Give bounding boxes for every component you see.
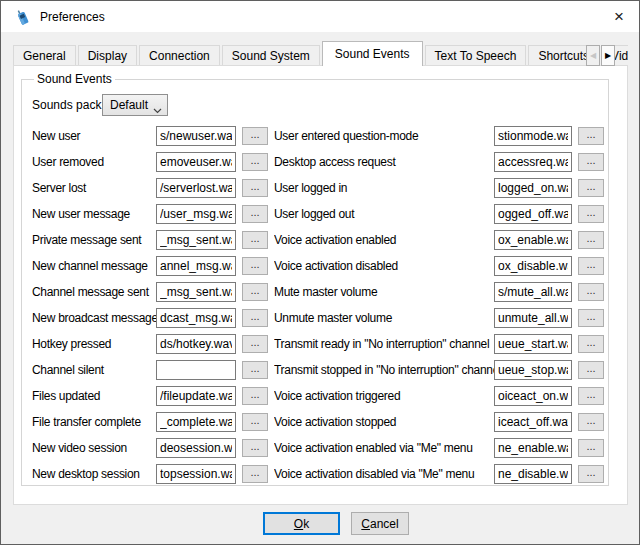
sound-event-label: Channel message sent — [32, 285, 156, 299]
sound-file-input[interactable] — [156, 178, 236, 198]
browse-button[interactable]: ... — [242, 153, 268, 171]
browse-button[interactable]: ... — [242, 361, 268, 379]
sound-file-input[interactable] — [494, 334, 572, 354]
sound-event-label: Voice activation triggered — [274, 389, 494, 403]
arrow-left-icon: ◀ — [590, 51, 596, 60]
browse-button[interactable]: ... — [242, 231, 268, 249]
groupbox-title: Sound Events — [34, 72, 115, 86]
window-title: Preferences — [40, 10, 105, 24]
sound-file-input[interactable] — [494, 178, 572, 198]
sound-file-input[interactable] — [494, 464, 572, 484]
sound-event-label: New desktop session — [32, 467, 156, 481]
sound-file-input[interactable] — [156, 438, 236, 458]
browse-button[interactable]: ... — [578, 387, 604, 405]
sound-event-label: User entered question-mode — [274, 129, 494, 143]
sound-file-input[interactable] — [156, 334, 236, 354]
tab-connection[interactable]: Connection — [139, 45, 220, 66]
browse-button[interactable]: ... — [578, 153, 604, 171]
sound-event-label: New broadcast message — [32, 311, 156, 325]
sound-events-grid: New user ... User entered question-mode … — [32, 126, 608, 484]
browse-button[interactable]: ... — [578, 127, 604, 145]
browse-button[interactable]: ... — [242, 439, 268, 457]
browse-button[interactable]: ... — [578, 361, 604, 379]
browse-button[interactable]: ... — [578, 439, 604, 457]
sound-file-input[interactable] — [156, 204, 236, 224]
browse-button[interactable]: ... — [242, 205, 268, 223]
browse-button[interactable]: ... — [578, 231, 604, 249]
tab-display[interactable]: Display — [78, 45, 137, 66]
tab-sound-events[interactable]: Sound Events — [322, 41, 423, 66]
browse-button[interactable]: ... — [578, 413, 604, 431]
teamtalk-app-icon — [13, 7, 33, 27]
sounds-pack-dropdown[interactable]: Default — [102, 94, 168, 116]
chevron-down-icon — [153, 103, 162, 117]
sound-event-label: Desktop access request — [274, 155, 494, 169]
dialog-buttons: Ok Cancel — [17, 512, 640, 535]
sounds-pack-label: Sounds pack — [32, 98, 102, 112]
browse-button[interactable]: ... — [242, 387, 268, 405]
browse-button[interactable]: ... — [242, 283, 268, 301]
browse-button[interactable]: ... — [578, 283, 604, 301]
preferences-window: Preferences × General Display Connection… — [0, 0, 640, 545]
tab-scroll-left-button[interactable]: ◀ — [586, 45, 600, 66]
sound-file-input[interactable] — [156, 126, 236, 146]
sound-event-label: Voice activation disabled — [274, 259, 494, 273]
tab-general[interactable]: General — [13, 45, 76, 66]
sound-file-input[interactable] — [156, 386, 236, 406]
sound-event-label: Channel silent — [32, 363, 156, 377]
browse-button[interactable]: ... — [242, 335, 268, 353]
sound-file-input[interactable] — [494, 308, 572, 328]
sound-event-label: Voice activation enabled via "Me" menu — [274, 441, 494, 455]
tab-scroll-right-button[interactable]: ▶ — [601, 45, 615, 66]
sound-event-label: Unmute master volume — [274, 311, 494, 325]
sound-file-input[interactable] — [156, 308, 236, 328]
browse-button[interactable]: ... — [578, 309, 604, 327]
sound-file-input[interactable] — [494, 412, 572, 432]
sound-file-input[interactable] — [156, 464, 236, 484]
sound-file-input[interactable] — [494, 152, 572, 172]
sound-event-label: Private message sent — [32, 233, 156, 247]
sound-event-label: Transmit stopped in "No interruption" ch… — [274, 363, 494, 377]
browse-button[interactable]: ... — [242, 257, 268, 275]
sound-file-input[interactable] — [156, 256, 236, 276]
sound-file-input[interactable] — [494, 386, 572, 406]
close-button[interactable]: × — [599, 1, 639, 32]
browse-button[interactable]: ... — [242, 413, 268, 431]
ok-button[interactable]: Ok — [263, 512, 340, 535]
sound-event-label: Server lost — [32, 181, 156, 195]
sounds-pack-row: Sounds pack Default — [32, 94, 608, 116]
sound-event-label: Voice activation enabled — [274, 233, 494, 247]
sound-file-input[interactable] — [494, 230, 572, 250]
browse-button[interactable]: ... — [578, 465, 604, 483]
cancel-button[interactable]: Cancel — [351, 512, 409, 535]
sound-file-input[interactable] — [156, 412, 236, 432]
browse-button[interactable]: ... — [578, 205, 604, 223]
browse-button[interactable]: ... — [242, 309, 268, 327]
sound-file-input[interactable] — [156, 282, 236, 302]
sound-file-input[interactable] — [156, 230, 236, 250]
sound-file-input[interactable] — [494, 204, 572, 224]
sound-event-label: Hotkey pressed — [32, 337, 156, 351]
sound-file-input[interactable] — [494, 282, 572, 302]
browse-button[interactable]: ... — [242, 127, 268, 145]
browse-button[interactable]: ... — [578, 335, 604, 353]
sound-file-input[interactable] — [156, 152, 236, 172]
tab-text-to-speech[interactable]: Text To Speech — [425, 45, 527, 66]
titlebar: Preferences × — [1, 1, 639, 32]
close-icon: × — [614, 8, 624, 25]
tab-bar: General Display Connection Sound System … — [13, 41, 628, 66]
sound-event-label: User logged out — [274, 207, 494, 221]
sound-file-input[interactable] — [494, 256, 572, 276]
browse-button[interactable]: ... — [578, 257, 604, 275]
sound-events-groupbox: Sound Events Sounds pack Default New use… — [21, 72, 609, 486]
browse-button[interactable]: ... — [242, 465, 268, 483]
sound-file-input[interactable] — [494, 438, 572, 458]
sound-file-input[interactable] — [156, 360, 236, 380]
browse-button[interactable]: ... — [242, 179, 268, 197]
sound-event-label: New channel message — [32, 259, 156, 273]
sound-file-input[interactable] — [494, 126, 572, 146]
sound-event-label: Files updated — [32, 389, 156, 403]
tab-sound-system[interactable]: Sound System — [222, 45, 320, 66]
sound-file-input[interactable] — [494, 360, 572, 380]
browse-button[interactable]: ... — [578, 179, 604, 197]
